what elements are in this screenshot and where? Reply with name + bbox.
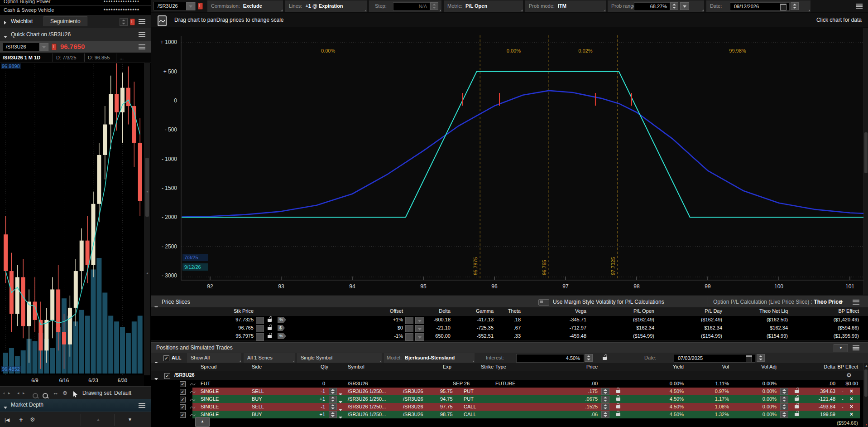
symbol-dropdown-button[interactable] (39, 43, 48, 51)
analyze-toolbar-menu-icon[interactable] (856, 4, 863, 9)
option-row-buy-94.75[interactable]: SINGLEBUY+1/SR3U26 1/250.../SR3U2694.75P… (151, 395, 868, 403)
sidebar-chart-scrollbar[interactable]: ◂ ◂ (144, 63, 150, 375)
slice-price-spinner[interactable] (256, 317, 264, 325)
row-checkbox[interactable] (180, 381, 186, 387)
quick-chart-menu-icon[interactable] (139, 32, 145, 37)
position-group-row[interactable]: /SR3U26⚙ (151, 371, 868, 380)
prob-range-spinner[interactable] (670, 2, 678, 10)
qty-spinner[interactable] (329, 388, 337, 395)
prob-range-input[interactable]: 68.27% (634, 2, 670, 11)
series-selector[interactable]: All 1 Series (244, 353, 295, 363)
date-spinner[interactable] (791, 2, 799, 10)
expand-horizontal-icon[interactable]: ↔ (53, 387, 58, 399)
price-slice-row[interactable]: 96.765$$0-21.10-725.35.67-712.97$162.34$… (151, 324, 868, 333)
interest-lock-icon[interactable] (603, 357, 607, 360)
alert-badge-icon[interactable] (52, 44, 57, 50)
crosshair-icon[interactable]: ⊕ (62, 387, 67, 399)
positions-date-spinner[interactable] (757, 354, 765, 362)
option-row-sell-97.75[interactable]: SINGLESELL-1/SR3U26 1/250.../SR3U2697.75… (151, 403, 868, 411)
slice-lock-icon[interactable] (268, 319, 272, 322)
symbol-row-menu-icon[interactable] (139, 44, 145, 49)
row-checkbox[interactable] (180, 397, 186, 403)
slice-price-spinner[interactable] (256, 325, 264, 333)
model-selector[interactable]: Model: Bjerksund-Stensland (384, 353, 475, 363)
qty-spinner[interactable] (329, 396, 337, 403)
option-row-sell-95.75[interactable]: SINGLESELL-1/SR3U26 1/250.../SR3U2695.75… (151, 388, 868, 396)
alert-badge-icon[interactable] (198, 3, 203, 10)
positions-date-input[interactable]: 07/03/2025 (674, 354, 755, 363)
chevron-down-icon[interactable] (4, 34, 7, 39)
collapse-all-button[interactable]: ▼ (834, 344, 848, 352)
metric-segment[interactable]: Metric: P/L Open (444, 0, 523, 12)
step-input[interactable]: N/A (393, 2, 430, 11)
price-spinner[interactable] (601, 403, 609, 410)
remove-leg-button[interactable]: × (850, 403, 853, 411)
vol-adj-spinner[interactable] (780, 396, 788, 403)
show-all-selector[interactable]: Show All (187, 353, 241, 363)
collapse-left-icon[interactable]: ◂ (146, 189, 148, 194)
calendar-icon[interactable] (746, 355, 752, 362)
market-depth-menu-icon[interactable] (139, 403, 145, 408)
slice-lock-icon[interactable] (268, 335, 272, 338)
price-spinner[interactable] (601, 396, 609, 403)
minimize-leg-button[interactable]: - (842, 411, 844, 418)
scroll-down-icon[interactable]: ▼ (128, 412, 132, 427)
interest-spinner[interactable] (585, 354, 593, 362)
price-spinner[interactable] (601, 411, 609, 418)
risk-profile-chart[interactable]: + 1000+ 5000- 500- 1000- 1500- 2000- 250… (151, 28, 868, 295)
watchlist-sort-spinner[interactable] (120, 18, 128, 26)
margin-volatility-toggle[interactable] (538, 299, 549, 306)
minimize-leg-button[interactable]: - (842, 403, 844, 411)
calendar-icon[interactable] (780, 4, 786, 10)
vol-adj-spinner[interactable] (780, 411, 788, 418)
step-left-icon[interactable]: ◂ (17, 387, 19, 399)
analyze-symbol-dropdown[interactable] (186, 2, 195, 10)
add-icon[interactable]: + (19, 412, 23, 427)
analyze-symbol-input[interactable]: /SR3U26 (153, 2, 196, 10)
row-checkbox[interactable] (180, 412, 186, 418)
drawing-set-selector[interactable]: Drawing set: Default (82, 387, 131, 399)
minimize-leg-button[interactable]: - (842, 395, 844, 403)
scroll-up-icon[interactable]: ▲ (865, 364, 868, 367)
interest-input[interactable]: 4.50% (516, 354, 584, 363)
gear-icon[interactable]: ⚙ (846, 371, 852, 379)
watchlist-title[interactable]: Watchlist (11, 18, 33, 24)
positions-menu-icon[interactable] (853, 345, 859, 350)
mini-candlestick-chart[interactable] (0, 63, 144, 375)
watchlist-menu-icon[interactable] (139, 19, 145, 24)
prob-mode-segment[interactable]: Prob mode: ITM (525, 0, 606, 12)
group-checkbox[interactable] (164, 373, 170, 379)
slice-price-spinner[interactable] (256, 333, 264, 341)
chevron-down-icon[interactable] (4, 404, 7, 410)
lines-segment[interactable]: Lines: +1 @ Expiration (285, 0, 367, 12)
date-segment[interactable]: Date: 09/12/2026 (706, 0, 810, 12)
future-row[interactable]: FUT0/SR3U26SEP 26FUTURE.000.00%1.11%0.00… (151, 380, 868, 388)
symbol-input[interactable]: /SR3U26 (3, 43, 49, 51)
prob-range-segment[interactable]: Prob range: 68.27% (608, 0, 704, 12)
price-spinner[interactable] (601, 388, 609, 395)
price-lock-icon[interactable] (616, 405, 620, 408)
vol-adj-spinner[interactable] (780, 388, 788, 395)
risk-chart-scrollbar[interactable] (863, 28, 868, 295)
chart-more[interactable]: ... (120, 53, 124, 63)
step-segment[interactable]: Step: N/A (369, 0, 441, 12)
commission-segment[interactable]: Commission: Exclude (207, 0, 283, 12)
slice-offset-mode-tag[interactable]: % (278, 333, 286, 339)
step-spinner[interactable] (430, 2, 438, 10)
price-slice-row[interactable]: 95.7975%-1%650.00-552.51.33-459.48($154.… (151, 332, 868, 341)
scroll-to-top-button[interactable]: ▲ (195, 417, 210, 427)
scroll-down-icon[interactable]: ▼ (865, 423, 868, 426)
scroll-up-icon[interactable]: ▲ (96, 412, 101, 427)
price-lock-icon[interactable] (616, 390, 620, 393)
remove-leg-button[interactable]: × (850, 395, 853, 403)
add-slice-button[interactable]: + (835, 296, 847, 308)
gear-icon[interactable]: ⚙ (30, 412, 35, 427)
pan-right-icon[interactable]: ▸ (8, 387, 10, 399)
slice-offset-mode-tag[interactable]: % (278, 317, 286, 323)
qty-spinner[interactable] (329, 403, 337, 410)
step-right-icon[interactable]: ▸ (23, 387, 25, 399)
vol-adj-spinner[interactable] (780, 403, 788, 410)
remove-leg-button[interactable]: × (850, 388, 853, 395)
price-slice-row[interactable]: 97.7325%+1%-600.18-417.13.18-345.71($162… (151, 316, 868, 325)
qty-spinner[interactable] (329, 411, 337, 418)
